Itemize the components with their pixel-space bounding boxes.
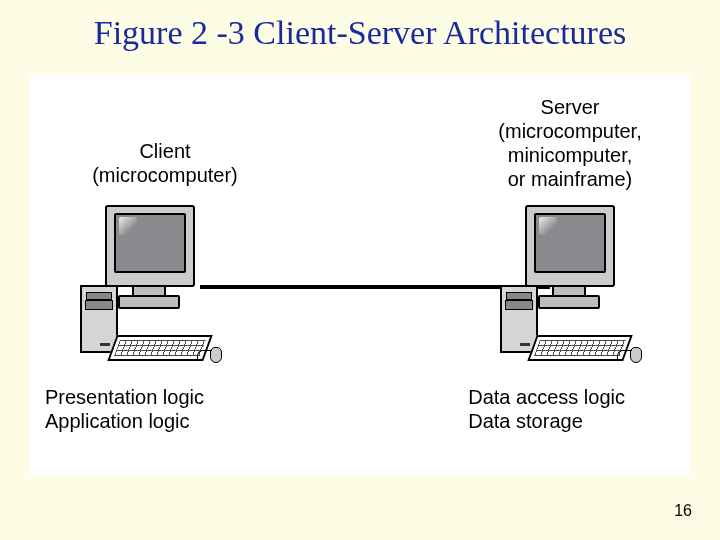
server-mouse-icon (630, 347, 642, 363)
server-tower-icon (500, 285, 538, 353)
slide-title: Figure 2 -3 Client-Server Architectures (0, 14, 720, 52)
server-label-bottom: Data access logic Data storage (468, 385, 625, 433)
server-label-top: Server (microcomputer, minicomputer, or … (460, 95, 680, 191)
client-monitor-icon (105, 205, 195, 287)
server-monitor-icon (525, 205, 615, 287)
client-monitor-base (118, 295, 180, 309)
server-monitor-base (538, 295, 600, 309)
client-mouse-icon (210, 347, 222, 363)
network-connection-line (200, 285, 550, 289)
client-tower-icon (80, 285, 118, 353)
client-label-bottom: Presentation logic Application logic (45, 385, 204, 433)
page-number: 16 (674, 502, 692, 520)
slide: Figure 2 -3 Client-Server Architectures … (0, 0, 720, 540)
client-label-top: Client (microcomputer) (85, 139, 245, 187)
client-computer-icon (80, 205, 210, 365)
server-computer-icon (500, 205, 630, 365)
diagram-area: Client (microcomputer) Server (microcomp… (30, 75, 690, 475)
